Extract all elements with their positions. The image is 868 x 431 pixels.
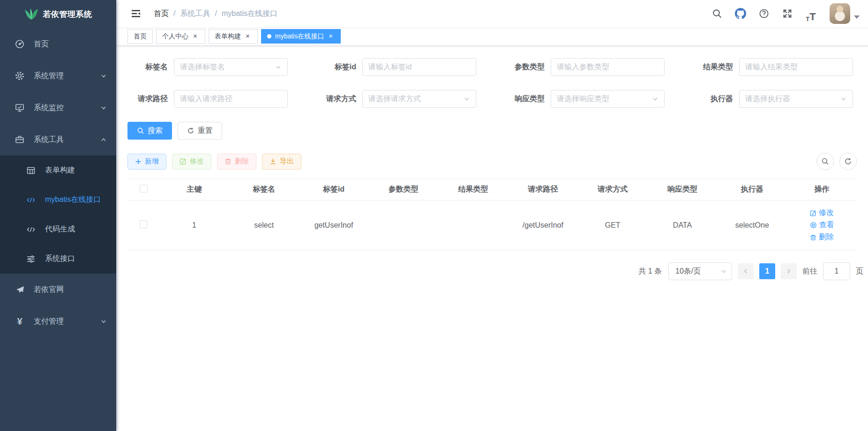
page-size-select[interactable]: 10条/页 [668,262,732,280]
sidebar-item-system-monitor[interactable]: 系统监控 [0,92,116,124]
fullscreen-icon[interactable] [779,5,796,22]
search-icon[interactable] [709,5,726,22]
search-button[interactable]: 搜索 [127,122,172,140]
breadcrumb-separator: / [215,9,217,18]
pagination: 共 1 条 10条/页 1 前往 页 [127,262,863,280]
edit-button[interactable]: 修改 [172,154,211,170]
breadcrumb-parent: 系统工具 [180,9,210,19]
sidebar-item-label: mybatis在线接口 [45,195,107,205]
select-all-checkbox[interactable] [140,185,148,193]
result-type-input-wrap [739,58,853,76]
chevron-down-icon [100,104,107,111]
request-path-input[interactable] [180,95,282,103]
page-number-1[interactable]: 1 [759,263,775,279]
sidebar-item-code-gen[interactable]: 代码生成 [0,215,116,244]
tag-label: mybatis在线接口 [275,32,324,41]
sidebar-item-payment-manage[interactable]: ¥ 支付管理 [0,305,116,337]
view-icon [810,222,817,229]
sidebar-item-ruoyi-site[interactable]: 若依官网 [0,274,116,305]
goto-page-input[interactable] [823,262,850,280]
tag-home[interactable]: 首页 [127,29,153,44]
sidebar-item-mybatis-api[interactable]: mybatis在线接口 [0,185,116,215]
field-tag-name: 标签名 请选择标签名 [127,58,288,76]
row-edit-link[interactable]: 修改 [810,208,834,218]
sidebar-item-system-tools[interactable]: 系统工具 [0,124,116,156]
search-button-label: 搜索 [148,126,163,136]
tags-view-bar: 首页 个人中心 × 表单构建 × mybatis在线接口 × [116,27,868,46]
next-page-button[interactable] [781,263,797,279]
chevron-down-icon [100,73,107,79]
col-header-response-type: 响应类型 [648,179,718,201]
monitor-icon [13,103,26,113]
show-search-icon-button[interactable] [816,153,834,170]
executor-select[interactable]: 请选择执行器 [739,90,853,108]
page-size-value: 10条/页 [675,267,720,276]
breadcrumb-separator: / [173,9,175,18]
chevron-down-icon [720,268,727,275]
close-icon[interactable]: × [191,32,199,40]
breadcrumb-home[interactable]: 首页 [154,9,169,19]
field-label: 响应类型 [504,94,545,104]
cell-request-method: GET [578,201,648,250]
row-view-link[interactable]: 查看 [810,220,834,230]
row-checkbox[interactable] [140,220,148,228]
tag-form-builder[interactable]: 表单构建 × [209,29,258,44]
sidebar-item-form-builder[interactable]: 表单构建 [0,156,116,185]
request-method-select[interactable]: 请选择请求方式 [362,90,476,108]
tag-id-input[interactable] [368,63,470,71]
export-button[interactable]: 导出 [262,154,301,170]
user-avatar[interactable] [830,3,850,24]
response-type-select[interactable]: 请选择响应类型 [551,90,665,108]
sidebar-item-label: 若依官网 [34,285,107,295]
close-icon[interactable]: × [327,32,335,40]
sidebar-item-system-api[interactable]: 系统接口 [0,244,116,274]
help-icon[interactable] [756,5,772,22]
row-operations: 修改 查看 [787,208,857,242]
breadcrumb: 首页 / 系统工具 / mybatis在线接口 [154,9,277,19]
chevron-down-icon [652,96,658,102]
tag-name-select[interactable]: 请选择标签名 [174,58,288,76]
chevron-down-icon [275,64,282,70]
row-edit-label: 修改 [819,208,834,218]
col-header-operations: 操作 [787,179,857,201]
app-logo[interactable]: 若依管理系统 [0,0,116,28]
chevron-down-icon [464,96,470,102]
row-delete-label: 删除 [819,232,834,242]
sidebar-item-label: 系统工具 [34,135,100,145]
github-icon[interactable] [732,5,749,22]
field-executor: 执行器 请选择执行器 [693,90,853,108]
sidebar-item-home[interactable]: 首页 [0,28,116,60]
close-icon[interactable]: × [244,32,252,40]
field-response-type: 响应类型 请选择响应类型 [504,90,665,108]
delete-button[interactable]: 删除 [217,154,256,170]
search-icon [137,127,144,134]
row-delete-link[interactable]: 删除 [810,232,834,242]
code-icon [24,195,37,205]
tag-profile[interactable]: 个人中心 × [156,29,205,44]
field-tag-id: 标签id [316,58,476,76]
toolbox-icon [13,134,26,145]
sidebar-item-system-manage[interactable]: 系统管理 [0,60,116,92]
select-placeholder: 请选择请求方式 [368,94,461,104]
result-type-input[interactable] [745,63,847,71]
user-menu[interactable] [830,3,860,24]
gear-icon [13,71,26,81]
table-icon [24,165,37,176]
tag-mybatis-api-active[interactable]: mybatis在线接口 × [261,29,341,44]
font-size-icon[interactable]: TT [802,5,819,22]
add-button[interactable]: 新增 [127,154,166,170]
prev-page-button[interactable] [738,263,754,279]
col-header-tag-name: 标签名 [229,179,299,201]
param-type-input[interactable] [557,63,658,71]
cell-param-type [368,201,438,250]
refresh-table-button[interactable] [839,153,857,170]
sidebar-toggle-icon[interactable] [124,8,148,19]
reset-button[interactable]: 重置 [178,122,222,140]
row-view-label: 查看 [819,220,834,230]
cell-id: 1 [159,201,229,250]
select-placeholder: 请选择标签名 [180,62,272,72]
chevron-down-icon [840,96,847,102]
col-header-executor: 执行器 [717,179,787,201]
table-row[interactable]: 1 select getUserInof /getUserInof GET DA… [127,201,857,250]
edit-icon [810,210,816,216]
